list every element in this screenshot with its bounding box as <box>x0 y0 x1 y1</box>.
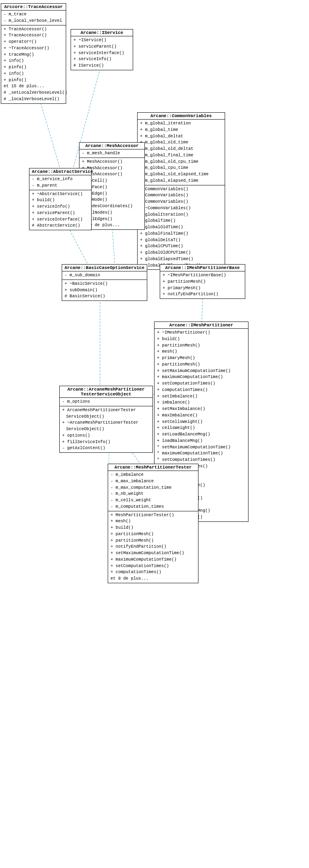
amptso-fields: - m_options <box>60 398 152 406</box>
mpt-m8: + setComputationTimes() <box>111 563 196 570</box>
bcos-m1: + subDomain() <box>65 287 144 294</box>
mpt-title: Arcane::MeshPartitionerTester <box>108 464 198 471</box>
ta-m8: + pinfo() <box>4 77 63 84</box>
impb-m0: + ~IMeshPartitionerBase() <box>163 272 242 279</box>
mpt-m7: + maximumComputationTime() <box>111 557 196 563</box>
imp-m7: + maximumComputationTime() <box>157 374 246 380</box>
imp-m6: + setMaximumComputationTime() <box>157 368 246 374</box>
imp-m5: + partitionMesh() <box>157 361 246 368</box>
iservice-methods: + ~IService() + serviceParent() + servic… <box>71 36 133 70</box>
amptso-methods: + ArcaneMeshPartitionerTester ServiceObj… <box>60 406 152 452</box>
mpt-f1: - m_max_imbalance <box>111 478 196 485</box>
iservice-box: Arcane::IService + ~IService() + service… <box>71 29 133 70</box>
cv-m6: + globalOldTime() <box>140 224 222 231</box>
amptso-m4: - getAxlContent() <box>62 445 150 452</box>
mpt-box: Arcane::MeshPartitionerTester - m_imbala… <box>108 464 198 583</box>
as-m4: + serviceInterface() <box>32 216 89 223</box>
amptso-m3: + fillServiceInfo() <box>62 439 150 446</box>
cv-f7: + m_global_cpu_time <box>140 165 222 171</box>
amptso-f0: - m_options <box>62 399 150 405</box>
trace-accessor-field-1: - m_local_verbose_level <box>4 18 63 24</box>
mpt-f0: - m_imbalance <box>111 472 196 478</box>
imp-title: Arcane::IMeshPartitioner <box>154 322 248 329</box>
imp-m20: * setComputationTimes() <box>157 457 246 463</box>
cv-m7: + globalFinalTime() <box>140 231 222 237</box>
cv-m2: + CommonVariables() <box>140 199 222 205</box>
mpt-m6: + setMaximumComputationTime() <box>111 550 196 557</box>
mpt-m9: + computationTimes() <box>111 569 196 576</box>
impb-title: Arcane::IMeshPartitionerBase <box>160 265 245 271</box>
mpt-f2: - m_max_computation_time <box>111 485 196 491</box>
imp-m4: + primaryMesh() <box>157 355 246 361</box>
is-m1: + serviceParent() <box>73 44 130 50</box>
cv-m0: + CommonVariables() <box>140 186 222 193</box>
cv-f5: + m_global_final_time <box>140 152 222 159</box>
imp-m9: + computationTimes() <box>157 387 246 393</box>
trace-accessor-fields: - m_trace - m_local_verbose_level <box>1 11 66 25</box>
cv-m5: + globalTime() <box>140 218 222 224</box>
bcos-methods: + ~BasicService() + subDomain() # BasicS… <box>62 280 147 301</box>
is-m0: + ~IService() <box>73 37 130 44</box>
cv-f0: + m_global_iteration <box>140 120 222 127</box>
amptso-m1b: ServiceObject() <box>62 426 150 433</box>
cv-m10: + globalOldCPUTime() <box>140 250 222 256</box>
cv-f6: + m_global_old_cpu_time <box>140 159 222 165</box>
ta-m1: + TraceAccessor() <box>4 32 63 39</box>
amptso-m0b: ServiceObject() <box>62 414 150 420</box>
imp-m1: + build() <box>157 336 246 343</box>
ta-m7: + info() <box>4 71 63 77</box>
as-f0: - m_service_info <box>32 176 89 183</box>
cv-m1: + CommonVariables() <box>140 192 222 199</box>
imp-m14: + setCellsWeight() <box>157 419 246 425</box>
is-m3: + serviceInfo() <box>73 56 130 63</box>
cv-m9: + globalCPUTime() <box>140 243 222 250</box>
cv-f4: + m_global_old_deltat <box>140 146 222 152</box>
mpt-m4: + partitionMesh() <box>111 538 196 544</box>
basic-case-option-service-box: Arcane::BasicCaseOptionService - m_sub_d… <box>62 264 147 301</box>
trace-accessor-box: Arccore::TraceAccessor - m_trace - m_loc… <box>1 3 66 104</box>
is-m4: # IService() <box>73 63 130 69</box>
amptso-m0: + ArcaneMeshPartitionerTester <box>62 407 150 414</box>
as-m1: + build() <box>32 197 89 204</box>
impb-m2: + primaryMesh() <box>163 285 242 292</box>
ma-fields: - m_mesh_handle <box>79 149 144 158</box>
ma-f0: - m_mesh_handle <box>82 150 142 157</box>
cv-m3: + ~CommonVariables() <box>140 205 222 212</box>
mpt-fields: - m_imbalance - m_max_imbalance - m_max_… <box>108 471 198 511</box>
ta-m2: + operator=() <box>4 39 63 45</box>
imesh-partitioner-base-box: Arcane::IMeshPartitionerBase + ~IMeshPar… <box>160 264 245 299</box>
amptso-box: Arcane::ArcaneMeshPartitionerTesterServi… <box>59 386 153 453</box>
trace-accessor-field-0: - m_trace <box>4 11 63 18</box>
as-methods: + ~AbstractService() + build() + service… <box>29 190 91 230</box>
mpt-m2: + build() <box>111 525 196 531</box>
bcos-f0: - m_sub_domain <box>65 272 144 279</box>
cv-title: Arcane::CommonVariables <box>138 113 225 120</box>
bcos-m2: # BasicService() <box>65 293 144 300</box>
impb-m1: + partitionMesh() <box>163 279 242 285</box>
iservice-title: Arcane::IService <box>71 29 133 36</box>
mpt-m3: + partitionMesh() <box>111 531 196 538</box>
ta-m6: + pinfo() <box>4 64 63 71</box>
cv-f3: + m_global_old_time <box>140 139 222 146</box>
cv-fields: + m_global_iteration + m_global_time + m… <box>138 120 225 185</box>
imp-m17: + loadBalanceMng() <box>157 438 246 444</box>
trace-accessor-title: Arccore::TraceAccessor <box>1 4 66 11</box>
imp-m11: + imbalance() <box>157 399 246 406</box>
ta-m3: + ~TraceAccessor() <box>4 45 63 52</box>
mpt-f4: - m_cells_weight <box>111 497 196 504</box>
mpt-f3: - m_nb_weight <box>111 491 196 497</box>
amptso-title: Arcane::ArcaneMeshPartitionerTesterServi… <box>60 386 152 398</box>
cv-m8: + globalDeltaT() <box>140 237 222 244</box>
abstract-service-box: Arcane::AbstractService - m_service_info… <box>29 168 92 230</box>
imp-m3: + mesh() <box>157 349 246 355</box>
bcos-m0: + ~BasicService() <box>65 281 144 287</box>
imp-m8: + setComputationTimes() <box>157 380 246 387</box>
as-m2: + serviceInfo() <box>32 204 89 210</box>
as-fields: - m_service_info - m_parent <box>29 175 91 190</box>
mpt-methods: + MeshPartitionerTester() + mesh() + bui… <box>108 511 198 583</box>
is-m2: + serviceInterface() <box>73 50 130 57</box>
as-title: Arcane::AbstractService <box>29 168 91 175</box>
amptso-m1: + ~ArcaneMeshPartitionerTester <box>62 420 150 426</box>
common-variables-box: Arcane::CommonVariables + m_global_itera… <box>137 112 225 270</box>
imp-m15: + cellsWeight() <box>157 425 246 431</box>
